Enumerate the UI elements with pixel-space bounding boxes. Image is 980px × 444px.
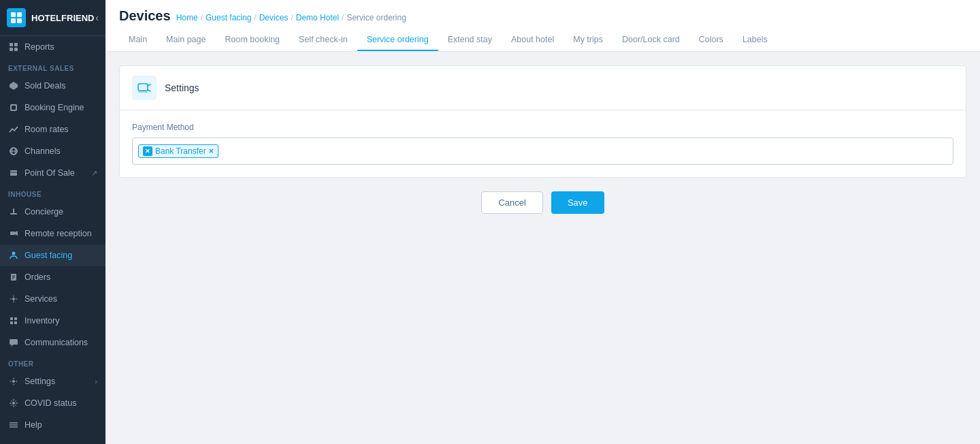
sidebar-collapse-button[interactable]: ‹ (95, 12, 99, 23)
svg-rect-7 (14, 48, 18, 51)
svg-line-39 (11, 400, 12, 402)
tab-colors[interactable]: Colors (689, 29, 733, 51)
brand-logo-icon (7, 8, 26, 27)
covid-icon (8, 398, 19, 409)
tab-door-lock-card[interactable]: Door/Lock card (612, 29, 689, 51)
room-rates-icon (8, 124, 19, 135)
card-title: Settings (165, 82, 199, 93)
breadcrumb-service-ordering: Service ordering (346, 13, 406, 22)
tag-remove-button[interactable]: × (209, 147, 214, 155)
sidebar-item-covid-status[interactable]: COVID status (0, 392, 105, 414)
form-actions: Cancel Save (119, 191, 966, 214)
svg-rect-30 (14, 321, 17, 324)
tab-my-trips[interactable]: My trips (564, 29, 612, 51)
svg-rect-31 (10, 339, 18, 345)
tab-labels[interactable]: Labels (733, 29, 777, 51)
content-area: Settings Payment Method ✕ Bank Transfer … (105, 52, 980, 444)
sidebar-item-label: Concierge (24, 207, 97, 217)
tab-main[interactable]: Main (119, 29, 157, 51)
pos-icon (8, 168, 19, 178)
sidebar-item-label: Services (24, 294, 97, 304)
sidebar-item-guest-facing[interactable]: Guest facing (0, 244, 105, 266)
sidebar-item-point-of-sale[interactable]: Point Of Sale ↗ (0, 162, 105, 184)
channels-icon (8, 146, 19, 157)
main-area: Devices Home / Guest facing / Devices / … (105, 0, 980, 444)
sidebar-item-orders[interactable]: Orders (0, 266, 105, 288)
svg-rect-6 (10, 48, 13, 51)
card-body: Payment Method ✕ Bank Transfer × (120, 110, 966, 177)
breadcrumb-devices[interactable]: Devices (259, 13, 289, 22)
help-icon (8, 419, 19, 430)
sidebar-item-concierge[interactable]: Concierge (0, 201, 105, 223)
sidebar-item-sold-deals[interactable]: Sold Deals (0, 75, 105, 97)
breadcrumb-guest-facing[interactable]: Guest facing (206, 13, 251, 22)
sidebar-item-inventory[interactable]: Inventory (0, 310, 105, 332)
tag-remove-icon[interactable]: ✕ (143, 146, 152, 156)
sidebar-item-label: Sold Deals (24, 81, 97, 91)
svg-point-21 (12, 252, 16, 255)
sidebar-item-help[interactable]: Help (0, 414, 105, 436)
sidebar-item-label: Guest facing (24, 251, 97, 260)
sidebar-item-label: Remote reception (24, 229, 97, 238)
svg-line-41 (15, 400, 16, 402)
svg-rect-14 (10, 170, 17, 176)
external-link-icon: ↗ (91, 169, 97, 178)
guest-facing-icon (8, 250, 19, 261)
sidebar-item-booking-engine[interactable]: Booking Engine (0, 97, 105, 118)
cancel-button[interactable]: Cancel (481, 191, 542, 214)
sidebar-item-label: Point Of Sale (24, 168, 86, 178)
tab-about-hotel[interactable]: About hotel (502, 29, 564, 51)
tabs-nav: Main Main page Room booking Self check-i… (119, 29, 966, 51)
orders-icon (8, 272, 19, 283)
sidebar-item-services[interactable]: Services (0, 288, 105, 310)
save-button[interactable]: Save (551, 191, 604, 214)
svg-rect-17 (10, 213, 17, 215)
svg-rect-29 (10, 321, 13, 324)
sidebar-item-room-rates[interactable]: Room rates (0, 118, 105, 140)
tab-service-ordering[interactable]: Service ordering (357, 29, 438, 51)
svg-rect-3 (17, 18, 22, 23)
sidebar-logo: HOTELFRIEND ‹ (0, 0, 105, 36)
breadcrumb: Home / Guest facing / Devices / Demo Hot… (176, 13, 406, 22)
svg-point-26 (12, 298, 15, 300)
breadcrumb-home[interactable]: Home (176, 13, 198, 22)
communications-icon (8, 337, 19, 348)
sidebar-item-channels[interactable]: Channels (0, 140, 105, 162)
sidebar-item-label: Orders (24, 272, 97, 282)
svg-marker-32 (11, 345, 14, 347)
sidebar-item-settings[interactable]: Settings › (0, 370, 105, 392)
payment-method-input[interactable]: ✕ Bank Transfer × (132, 138, 953, 165)
svg-marker-20 (15, 231, 18, 236)
remote-reception-icon (8, 228, 19, 239)
sidebar-item-label: Channels (24, 146, 97, 156)
sidebar-item-remote-reception[interactable]: Remote reception (0, 223, 105, 244)
svg-rect-46 (138, 84, 148, 91)
svg-rect-0 (11, 12, 16, 17)
svg-rect-28 (14, 317, 17, 320)
inventory-icon (8, 315, 19, 326)
bank-transfer-tag: ✕ Bank Transfer × (138, 144, 218, 158)
svg-rect-18 (13, 208, 14, 213)
tab-extend-stay[interactable]: Extend stay (438, 29, 502, 51)
svg-point-34 (12, 402, 15, 405)
breadcrumb-demo-hotel[interactable]: Demo Hotel (296, 13, 339, 22)
tab-main-page[interactable]: Main page (157, 29, 215, 51)
external-sales-label: EXTERNAL SALES (0, 58, 105, 75)
chevron-right-icon: › (95, 377, 97, 385)
svg-line-42 (11, 405, 12, 406)
sidebar-item-communications[interactable]: Communications (0, 332, 105, 353)
svg-point-33 (12, 380, 15, 383)
sidebar-item-reports[interactable]: Reports (0, 36, 105, 58)
svg-rect-2 (11, 18, 16, 23)
svg-rect-4 (10, 43, 13, 46)
booking-engine-icon (8, 102, 19, 113)
svg-rect-19 (10, 232, 15, 235)
tab-room-booking[interactable]: Room booking (215, 29, 289, 51)
svg-rect-27 (10, 317, 13, 320)
inhouse-label: INHOUSE (0, 184, 105, 201)
tab-self-check-in[interactable]: Self check-in (289, 29, 357, 51)
tag-label: Bank Transfer (155, 146, 206, 156)
other-label: OTHER (0, 353, 105, 370)
settings-card: Settings Payment Method ✕ Bank Transfer … (119, 65, 966, 178)
sidebar-item-label: Inventory (24, 316, 97, 326)
